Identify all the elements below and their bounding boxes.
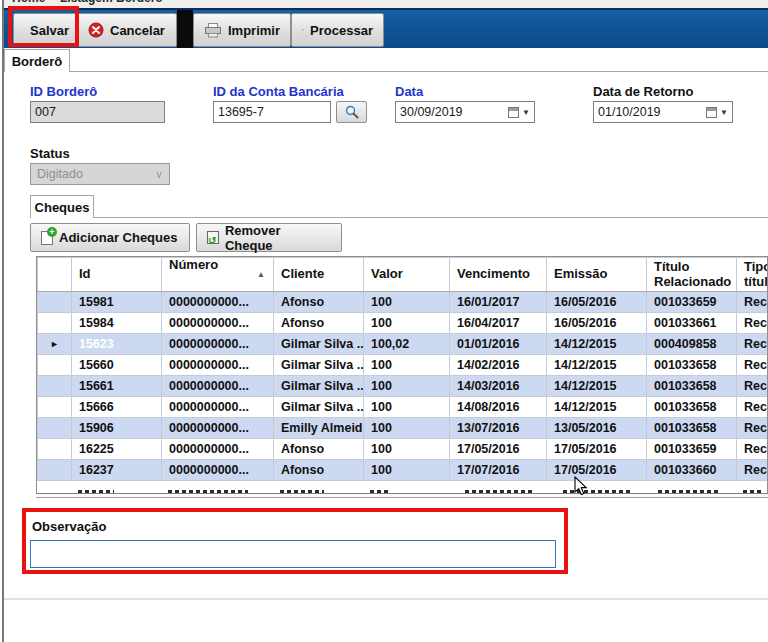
calendar-dropdown-icon[interactable]: ▼ [720,108,728,117]
tab-listagem-bordero[interactable]: Listagem Borderô [60,0,163,5]
grid-row-15984[interactable]: 159840000000000...Afonso10016/04/201716/… [38,313,768,334]
grid-row-16225[interactable]: 162250000000000...Afonso10017/05/201617/… [38,439,768,460]
cell-vencimento[interactable]: 14/03/2016 [450,376,547,397]
data-field[interactable]: 30/09/2019 ▼ [395,101,535,123]
cell-n-mero[interactable]: 0000000000... [162,292,274,313]
remove-cheque-button[interactable]: ↺ Remover Cheque [196,223,342,252]
cell-vencimento[interactable]: 17/05/2016 [450,439,547,460]
cell-emiss-o[interactable]: 14/12/2015 [547,355,647,376]
process-button[interactable]: Processar [291,13,384,47]
cell-id[interactable]: 15906 [72,418,162,439]
cell-vencimento[interactable]: 16/04/2017 [450,313,547,334]
grid-row-15661[interactable]: 156610000000000...Gilmar Silva ...10014/… [38,376,768,397]
cell-t-tulo-relacionado[interactable]: 001033659 [647,292,737,313]
grid-row-15660[interactable]: 156600000000000...Gilmar Silva ...10014/… [38,355,768,376]
cell-n-mero[interactable]: 0000000000... [162,334,274,355]
cell-tipo-de-t-tulo[interactable]: Receber [737,376,768,397]
tab-bordero[interactable]: Borderô [4,49,70,72]
cell-emiss-o[interactable]: 14/12/2015 [547,397,647,418]
cell-vencimento[interactable]: 16/01/2017 [450,292,547,313]
cell-tipo-de-t-tulo[interactable]: Receber [737,334,768,355]
save-button[interactable]: Salvar [13,13,77,47]
cell-n-mero[interactable]: 0000000000... [162,418,274,439]
observacao-input[interactable] [30,540,556,568]
cell-valor[interactable]: 100 [364,292,450,313]
cell-valor[interactable]: 100 [364,376,450,397]
cell-n-mero[interactable]: 0000000000... [162,313,274,334]
cell-cliente[interactable]: Gilmar Silva ... [274,376,364,397]
cell-tipo-de-t-tulo[interactable]: Receber [737,313,768,334]
cell-cliente[interactable]: Afonso [274,460,364,481]
grid-header-emiss-o[interactable]: Emissão [547,258,647,292]
cell-id[interactable]: 15666 [72,397,162,418]
grid-header-tipo-de-t-tulo[interactable]: Tipo de título [737,258,768,292]
cell-emiss-o[interactable]: 13/05/2016 [547,418,647,439]
id-conta-field[interactable]: 13695-7 [213,101,331,123]
cell-cliente[interactable]: Afonso [274,439,364,460]
cell-t-tulo-relacionado[interactable]: 001033660 [647,460,737,481]
grid-row-15666[interactable]: 156660000000000...Gilmar Silva ...10014/… [38,397,768,418]
cell-cliente[interactable]: Afonso [274,292,364,313]
grid-header-vencimento[interactable]: Vencimento [450,258,547,292]
cell-tipo-de-t-tulo[interactable]: Receber [737,439,768,460]
calendar-dropdown-icon[interactable]: ▼ [522,108,530,117]
cell-valor[interactable]: 100 [364,439,450,460]
cell-tipo-de-t-tulo[interactable]: Receber [737,460,768,481]
grid-row-15906[interactable]: 159060000000000...Emilly Almeid...10013/… [38,418,768,439]
cell-valor[interactable]: 100 [364,397,450,418]
grid-header-n-mero[interactable]: Número▲ [162,258,274,292]
cell-t-tulo-relacionado[interactable]: 001033661 [647,313,737,334]
cell-valor[interactable]: 100 [364,418,450,439]
cell-valor[interactable]: 100 [364,460,450,481]
cell-t-tulo-relacionado[interactable]: 001033658 [647,355,737,376]
cell-id[interactable]: 15661 [72,376,162,397]
grid-header-cliente[interactable]: Cliente [274,258,364,292]
grid-header-valor[interactable]: Valor [364,258,450,292]
cheques-grid[interactable]: IdNúmero▲ClienteValorVencimentoEmissãoTí… [36,256,768,493]
cell-n-mero[interactable]: 0000000000... [162,439,274,460]
cell-id[interactable]: 16237 [72,460,162,481]
tab-cheques[interactable]: Cheques [30,195,94,218]
cell-n-mero[interactable]: 0000000000... [162,376,274,397]
cell-emiss-o[interactable]: 17/05/2016 [547,439,647,460]
cell-n-mero[interactable]: 0000000000... [162,355,274,376]
cell-emiss-o[interactable]: 16/05/2016 [547,292,647,313]
add-cheques-button[interactable]: + Adicionar Cheques [30,223,190,252]
cell-tipo-de-t-tulo[interactable]: Receber [737,292,768,313]
cell-vencimento[interactable]: 14/08/2016 [450,397,547,418]
cell-cliente[interactable]: Gilmar Silva ... [274,397,364,418]
cell-valor[interactable]: 100 [364,313,450,334]
grid-row-15981[interactable]: 159810000000000...Afonso10016/01/201716/… [38,292,768,313]
cell-t-tulo-relacionado[interactable]: 001033659 [647,439,737,460]
cell-vencimento[interactable]: 01/01/2016 [450,334,547,355]
cell-vencimento[interactable]: 17/07/2016 [450,460,547,481]
cell-emiss-o[interactable]: 14/12/2015 [547,376,647,397]
cell-id[interactable]: 15660 [72,355,162,376]
cell-id[interactable]: 15981 [72,292,162,313]
grid-header-t-tulo-relacionado[interactable]: Título Relacionado [647,258,737,292]
cancel-button[interactable]: Cancelar [77,13,177,47]
cell-t-tulo-relacionado[interactable]: 001033658 [647,376,737,397]
cell-id[interactable]: 15984 [72,313,162,334]
cell-emiss-o[interactable]: 17/05/2016 [547,460,647,481]
search-account-button[interactable] [336,101,367,123]
cell-cliente[interactable]: Gilmar Silva ... [274,334,364,355]
cell-t-tulo-relacionado[interactable]: 001033658 [647,397,737,418]
cell-emiss-o[interactable]: 16/05/2016 [547,313,647,334]
cell-cliente[interactable]: Gilmar Silva ... [274,355,364,376]
cell-valor[interactable]: 100,02 [364,334,450,355]
grid-header-id[interactable]: Id [72,258,162,292]
cell-cliente[interactable]: Emilly Almeid... [274,418,364,439]
print-button[interactable]: Imprimir [193,13,291,47]
cell-tipo-de-t-tulo[interactable]: Receber [737,418,768,439]
cell-id[interactable]: 16225 [72,439,162,460]
cell-tipo-de-t-tulo[interactable]: Receber [737,397,768,418]
cell-t-tulo-relacionado[interactable]: 001033658 [647,418,737,439]
tab-home[interactable]: Home [12,0,45,5]
cell-vencimento[interactable]: 13/07/2016 [450,418,547,439]
cell-n-mero[interactable]: 0000000000... [162,397,274,418]
cell-n-mero[interactable]: 0000000000... [162,460,274,481]
cell-emiss-o[interactable]: 14/12/2015 [547,334,647,355]
cell-id[interactable]: 15623 [72,334,162,355]
cell-valor[interactable]: 100 [364,355,450,376]
